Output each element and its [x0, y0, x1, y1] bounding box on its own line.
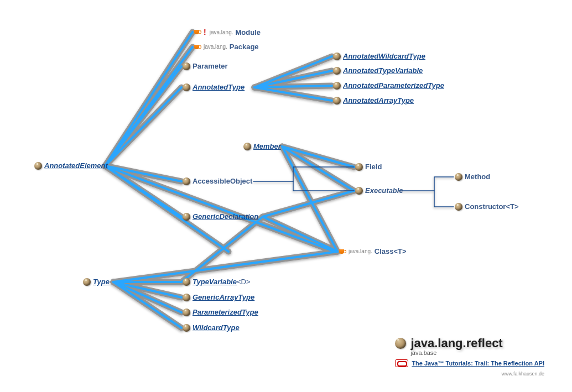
cup-icon — [339, 248, 346, 255]
bean-icon — [183, 278, 190, 286]
cup-icon — [194, 44, 201, 50]
label-annotated-parameterized-type: AnnotatedParameterizedType — [343, 81, 444, 90]
bean-icon — [355, 163, 363, 171]
node-wildcard-type[interactable]: WildcardType — [183, 323, 240, 332]
node-constructor[interactable]: Constructor<T> — [455, 202, 519, 211]
bean-icon — [455, 173, 462, 181]
bean-icon — [183, 309, 190, 316]
node-annotated-element[interactable]: AnnotatedElement — [34, 161, 108, 170]
label-parameterized-type: ParameterizedType — [193, 308, 258, 316]
bean-icon — [355, 187, 363, 195]
bean-icon — [183, 294, 190, 301]
node-executable[interactable]: Executable — [355, 186, 403, 195]
diagram-connectors — [0, 0, 572, 392]
bean-icon — [34, 162, 42, 170]
node-accessible-object[interactable]: AccessibleObject — [183, 177, 252, 185]
bean-icon — [183, 324, 190, 332]
cup-icon — [194, 29, 201, 35]
bean-icon — [395, 338, 406, 349]
label-annotated-type: AnnotatedType — [193, 83, 245, 91]
title-text: java.lang.reflect — [410, 336, 502, 351]
tutorial-link: The Java™ Tutorials: Trail: The Reflecti… — [412, 360, 544, 367]
label-generic-array-type: GenericArrayType — [193, 293, 254, 301]
node-package[interactable]: java.lang. Package — [194, 43, 259, 51]
label-class: Class<T> — [375, 247, 407, 255]
node-generic-declaration[interactable]: GenericDeclaration — [183, 212, 258, 221]
node-member[interactable]: Member — [243, 142, 281, 150]
bean-icon — [183, 62, 190, 70]
title-block: java.lang.reflect java.base The Java™ Tu… — [395, 336, 544, 367]
label-parameter: Parameter — [193, 62, 228, 70]
bean-icon — [333, 97, 341, 104]
node-module[interactable]: ! java.lang. Module — [194, 28, 261, 36]
node-field[interactable]: Field — [355, 163, 382, 171]
tutorial-link-row[interactable]: The Java™ Tutorials: Trail: The Reflecti… — [395, 359, 544, 367]
svg-line-23 — [105, 32, 193, 166]
pkg-prefix-class: java.lang. — [349, 248, 372, 254]
label-executable: Executable — [365, 186, 403, 195]
pkg-prefix-package: java.lang. — [204, 44, 227, 50]
node-annotated-parameterized-type[interactable]: AnnotatedParameterizedType — [333, 81, 444, 90]
label-annotated-element: AnnotatedElement — [44, 161, 108, 170]
label-field: Field — [365, 163, 382, 171]
label-member: Member — [253, 142, 281, 150]
svg-line-25 — [105, 66, 181, 166]
label-package: Package — [230, 43, 259, 51]
node-annotated-array-type[interactable]: AnnotatedArrayType — [333, 96, 414, 104]
bean-icon — [183, 83, 190, 91]
bean-icon — [333, 53, 341, 60]
attention-icon: ! — [204, 28, 206, 36]
label-generic-declaration: GenericDeclaration — [193, 212, 258, 221]
credit-text: www.falkhausen.de — [501, 371, 544, 377]
bean-icon — [83, 278, 91, 286]
svg-line-26 — [105, 87, 181, 166]
label-annotated-wildcard-type: AnnotatedWildcardType — [343, 52, 425, 60]
node-parameter[interactable]: Parameter — [183, 62, 228, 70]
label-type-variable: TypeVariable — [193, 278, 237, 286]
bean-icon — [183, 213, 190, 221]
node-annotated-type-variable[interactable]: AnnotatedTypeVariable — [333, 66, 423, 75]
label-type-variable-param: <D> — [237, 278, 251, 286]
bean-icon — [333, 67, 341, 75]
bean-icon — [333, 82, 341, 90]
label-module: Module — [235, 28, 261, 36]
oracle-icon — [395, 359, 408, 367]
label-method: Method — [465, 173, 490, 181]
label-annotated-type-variable: AnnotatedTypeVariable — [343, 66, 423, 75]
node-annotated-type[interactable]: AnnotatedType — [183, 83, 245, 91]
node-class[interactable]: java.lang. Class<T> — [339, 247, 407, 255]
label-annotated-array-type: AnnotatedArrayType — [343, 96, 414, 104]
node-annotated-wildcard-type[interactable]: AnnotatedWildcardType — [333, 52, 425, 60]
node-parameterized-type[interactable]: ParameterizedType — [183, 308, 258, 316]
pkg-prefix-module: java.lang. — [210, 29, 233, 35]
label-type: Type — [93, 278, 110, 286]
label-accessible-object: AccessibleObject — [193, 177, 252, 185]
label-constructor: Constructor<T> — [465, 202, 519, 211]
bean-icon — [183, 177, 190, 185]
page-title: java.lang.reflect — [395, 336, 544, 351]
node-type[interactable]: Type — [83, 278, 110, 286]
node-method[interactable]: Method — [455, 173, 490, 181]
label-wildcard-type: WildcardType — [193, 323, 240, 332]
node-generic-array-type[interactable]: GenericArrayType — [183, 293, 254, 301]
bean-icon — [243, 143, 251, 150]
node-type-variable[interactable]: TypeVariable<D> — [183, 278, 251, 286]
bean-icon — [455, 203, 462, 211]
